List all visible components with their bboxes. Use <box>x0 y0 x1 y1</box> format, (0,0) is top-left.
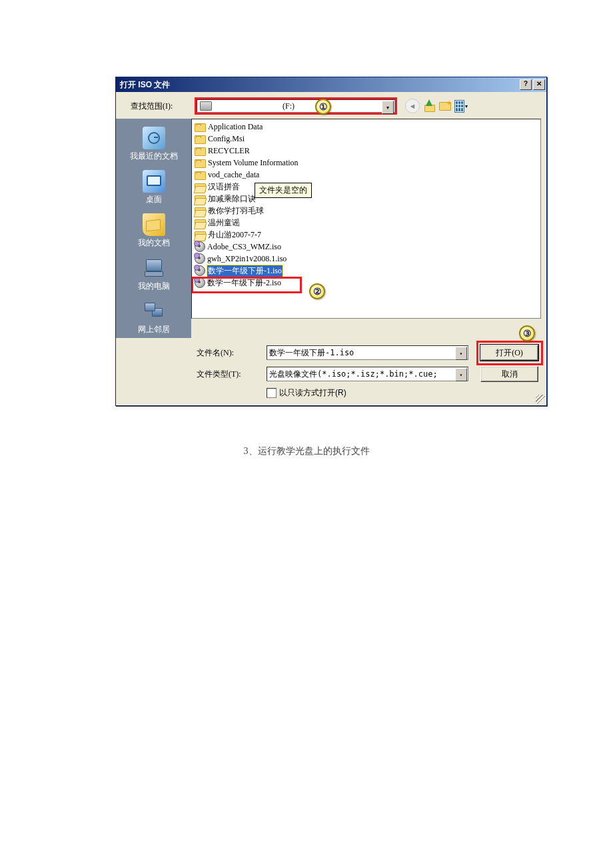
file-item-label: 加减乘除口诀 <box>208 193 256 205</box>
folder-icon <box>195 195 206 204</box>
filename-value: 数学一年级下册-1.iso <box>269 347 354 359</box>
place-network[interactable]: 网上邻居 <box>124 297 184 338</box>
file-item[interactable]: 数学一年级下册-2.iso <box>193 277 539 289</box>
page-caption: 3、运行教学光盘上的执行文件 <box>0 445 613 457</box>
file-item-label: 舟山游2007-7-7 <box>208 229 261 241</box>
nav-icons: ◄ ✦ ▾ <box>405 99 468 113</box>
lookin-row: 查找范围(I): (F:) ▾ ① ◄ ✦ ▾ <box>116 92 546 119</box>
folder-icon <box>195 159 206 168</box>
place-recent-label: 我最近的文档 <box>130 151 178 162</box>
recent-docs-icon <box>143 127 165 149</box>
nav-back-icon[interactable]: ◄ <box>405 99 420 113</box>
filename-dropdown-button[interactable]: ▾ <box>455 347 467 360</box>
file-item[interactable]: 教你学打羽毛球 <box>193 205 539 217</box>
file-item-label: 温州童谣 <box>208 217 240 229</box>
place-network-label: 网上邻居 <box>138 324 170 335</box>
readonly-label: 以只读方式打开(R) <box>279 387 346 399</box>
desktop-icon <box>143 170 165 193</box>
file-item-label: gwh_XP2in1v2008.1.iso <box>207 254 287 264</box>
file-item[interactable]: gwh_XP2in1v2008.1.iso <box>193 253 539 265</box>
folder-icon <box>195 147 206 156</box>
file-item-label: 数学一年级下册-2.iso <box>207 277 281 289</box>
iso-file-icon <box>195 277 205 288</box>
file-item[interactable]: Config.Msi <box>193 133 539 145</box>
filename-row: 文件名(N): 数学一年级下册-1.iso ▾ 打开(O) ③ <box>191 345 538 361</box>
callout-2: ② <box>309 283 325 299</box>
lookin-dropdown-button[interactable]: ▾ <box>382 101 394 114</box>
folder-icon <box>195 231 206 240</box>
file-item-label: 汉语拼音 <box>208 181 240 193</box>
file-item[interactable]: 温州童谣 <box>193 217 539 229</box>
callout-1: ① <box>315 99 331 115</box>
filetype-value: 光盘映像文件(*.iso;*.isz;*.bin;*.cue;*.nrg;*.m… <box>269 369 436 380</box>
resize-grip-icon[interactable] <box>536 395 545 404</box>
filetype-dropdown[interactable]: 光盘映像文件(*.iso;*.isz;*.bin;*.cue;*.nrg;*.m… <box>267 367 468 381</box>
folder-icon <box>195 135 206 144</box>
place-recent[interactable]: 我最近的文档 <box>124 124 184 165</box>
iso-file-icon <box>195 241 205 252</box>
place-mycomputer-label: 我的电脑 <box>138 281 170 292</box>
place-mydocs[interactable]: 我的文档 <box>124 211 184 251</box>
open-iso-dialog: 打开 ISO 文件 ? ✕ 查找范围(I): (F:) ▾ ① ◄ ✦ <box>115 77 547 406</box>
empty-folder-tooltip: 文件夹是空的 <box>255 183 312 198</box>
filetype-dropdown-button[interactable]: ▾ <box>455 368 467 381</box>
file-item[interactable]: Adobe_CS3_WMZ.iso <box>193 241 539 253</box>
iso-file-icon <box>195 253 205 264</box>
lookin-highlight: (F:) ▾ ① <box>195 97 397 115</box>
file-item[interactable]: RECYCLER <box>193 145 539 157</box>
titlebar[interactable]: 打开 ISO 文件 ? ✕ <box>116 77 546 92</box>
nav-view-icon[interactable]: ▾ <box>454 99 468 113</box>
iso-file-icon <box>195 265 205 276</box>
file-item-label: Application Data <box>208 122 263 132</box>
file-item-label: Adobe_CS3_WMZ.iso <box>207 242 281 252</box>
file-item-label: Config.Msi <box>208 134 245 144</box>
file-item[interactable]: 数学一年级下册-1.iso <box>193 265 539 277</box>
place-desktop-label: 桌面 <box>146 194 162 205</box>
drive-icon <box>200 101 212 111</box>
folder-icon <box>195 171 206 180</box>
dialog-body: 我最近的文档 桌面 我的文档 我的电脑 网上邻居 Application Dat… <box>116 119 546 338</box>
file-item[interactable]: 加减乘除口诀 <box>193 193 539 205</box>
file-list-area[interactable]: Application DataConfig.MsiRECYCLERSystem… <box>191 119 541 319</box>
close-button[interactable]: ✕ <box>533 79 545 90</box>
filename-label: 文件名(N): <box>191 347 267 359</box>
filetype-row: 文件类型(T): 光盘映像文件(*.iso;*.isz;*.bin;*.cue;… <box>191 366 538 382</box>
drive-label: (F:) <box>216 101 394 111</box>
callout-3: ③ <box>519 325 535 341</box>
open-button[interactable]: 打开(O) <box>480 345 538 361</box>
nav-up-icon[interactable] <box>422 99 436 113</box>
network-icon <box>143 300 165 323</box>
lookin-label: 查找范围(I): <box>131 101 191 112</box>
file-item-label: System Volume Information <box>208 158 299 168</box>
folder-icon <box>195 183 206 192</box>
mydocs-icon <box>143 213 165 236</box>
place-mycomputer[interactable]: 我的电脑 <box>124 254 184 295</box>
folder-icon <box>195 123 206 132</box>
place-desktop[interactable]: 桌面 <box>124 167 184 208</box>
file-item[interactable]: 舟山游2007-7-7 <box>193 229 539 241</box>
place-mydocs-label: 我的文档 <box>138 237 170 249</box>
places-bar: 我最近的文档 桌面 我的文档 我的电脑 网上邻居 <box>116 119 191 338</box>
bottom-panel: 文件名(N): 数学一年级下册-1.iso ▾ 打开(O) ③ 文件类型(T):… <box>191 338 546 405</box>
folder-icon <box>195 219 206 228</box>
file-item-label: 数学一年级下册-1.iso <box>207 265 283 277</box>
filetype-label: 文件类型(T): <box>191 369 267 380</box>
file-item-label: vod_cache_data <box>208 170 259 180</box>
cancel-button[interactable]: 取消 <box>480 366 538 382</box>
help-button[interactable]: ? <box>520 79 532 90</box>
readonly-row: 以只读方式打开(R) <box>267 387 538 399</box>
file-item[interactable]: Application Data <box>193 121 539 133</box>
lookin-dropdown[interactable]: (F:) ▾ <box>197 99 395 113</box>
file-item-label: 教你学打羽毛球 <box>208 205 264 217</box>
nav-newfolder-icon[interactable]: ✦ <box>438 99 452 113</box>
file-item[interactable]: System Volume Information <box>193 157 539 169</box>
file-item[interactable]: 汉语拼音 <box>193 181 539 193</box>
file-item-label: RECYCLER <box>208 146 250 156</box>
title-text: 打开 ISO 文件 <box>120 79 518 91</box>
mycomputer-icon <box>143 257 165 279</box>
filename-input[interactable]: 数学一年级下册-1.iso ▾ <box>267 345 468 360</box>
folder-icon <box>195 207 206 216</box>
file-item[interactable]: vod_cache_data <box>193 169 539 181</box>
readonly-checkbox[interactable] <box>267 388 277 398</box>
